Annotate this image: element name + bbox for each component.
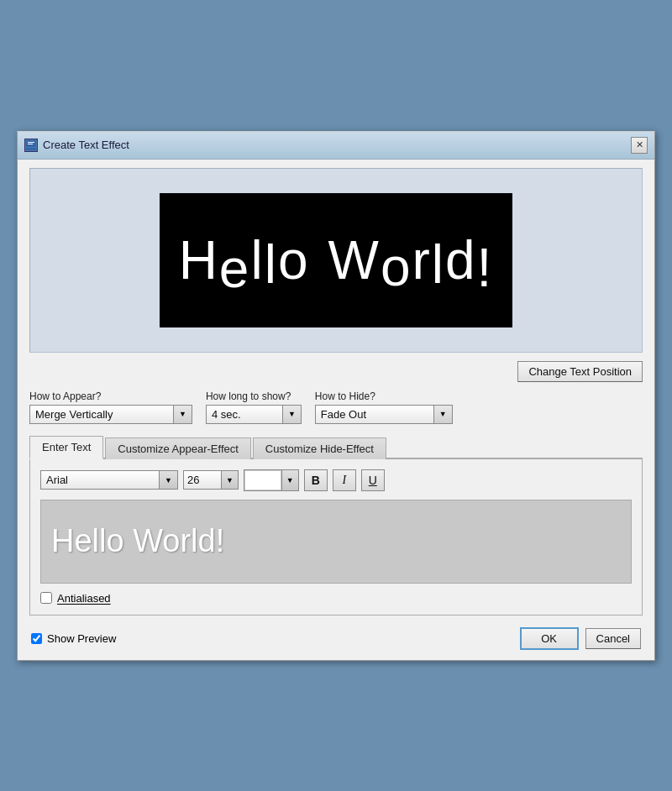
show-preview-label[interactable]: Show Preview bbox=[47, 632, 116, 645]
preview-char-l3: l bbox=[432, 238, 445, 291]
hide-select[interactable]: Fade Out Slide Out Zoom Out Merge Vertic… bbox=[316, 406, 433, 423]
hide-select-container: Fade Out Slide Out Zoom Out Merge Vertic… bbox=[315, 405, 453, 424]
dropdowns-row: How to Appear? Merge Vertically Fade In … bbox=[29, 390, 643, 424]
dialog-window: Create Text Effect ✕ Hello World! Change… bbox=[17, 131, 655, 661]
svg-rect-1 bbox=[26, 148, 36, 150]
size-select-arrow[interactable]: ▼ bbox=[221, 471, 238, 489]
preview-char-r: r bbox=[412, 233, 431, 287]
appear-label: How to Appear? bbox=[29, 390, 192, 402]
svg-rect-3 bbox=[28, 144, 33, 144]
antialiased-checkbox[interactable] bbox=[40, 592, 52, 604]
font-toolbar-row: Arial Times New Roman Courier New Verdan… bbox=[40, 469, 632, 491]
change-text-position-button[interactable]: Change Text Position bbox=[517, 361, 643, 382]
dialog-body: Hello World! Change Text Position How to… bbox=[18, 160, 654, 660]
appear-dropdown-group: How to Appear? Merge Vertically Fade In … bbox=[29, 390, 192, 424]
hide-select-arrow[interactable]: ▼ bbox=[433, 406, 452, 423]
color-picker-arrow[interactable]: ▼ bbox=[281, 470, 298, 490]
duration-select-container: 1 sec. 2 sec. 3 sec. 4 sec. 5 sec. 10 se… bbox=[206, 405, 302, 424]
preview-text: Hello World! bbox=[179, 233, 494, 287]
preview-char-o: o bbox=[278, 233, 310, 287]
title-bar-left: Create Text Effect bbox=[24, 139, 129, 152]
font-select-arrow[interactable]: ▼ bbox=[159, 471, 177, 489]
appear-select-container: Merge Vertically Fade In Slide In Zoom I… bbox=[29, 405, 192, 424]
tab-customize-appear[interactable]: Customize Appear-Effect bbox=[105, 437, 251, 459]
preview-area: Hello World! bbox=[29, 168, 643, 353]
controls-row: Change Text Position bbox=[29, 361, 643, 382]
text-edit-area[interactable]: Hello World! bbox=[40, 500, 632, 584]
preview-char-h: H bbox=[179, 233, 219, 287]
text-edit-content: Hello World! bbox=[51, 523, 224, 559]
tab-enter-text[interactable]: Enter Text bbox=[29, 436, 103, 459]
antialiased-row: Antialiased bbox=[40, 592, 632, 605]
font-select[interactable]: Arial Times New Roman Courier New Verdan… bbox=[41, 471, 159, 489]
bottom-left: Show Preview bbox=[31, 632, 116, 645]
appear-select[interactable]: Merge Vertically Fade In Slide In Zoom I… bbox=[30, 406, 173, 423]
ok-button[interactable]: OK bbox=[520, 627, 579, 650]
preview-char-l1: l bbox=[250, 233, 264, 287]
size-select[interactable]: 10 12 14 16 18 20 22 24 26 28 bbox=[184, 471, 221, 489]
font-select-container: Arial Times New Roman Courier New Verdan… bbox=[40, 470, 178, 490]
duration-select-arrow[interactable]: ▼ bbox=[282, 406, 301, 423]
dialog-title: Create Text Effect bbox=[43, 139, 129, 151]
title-bar: Create Text Effect ✕ bbox=[18, 132, 654, 160]
antialiased-label[interactable]: Antialiased bbox=[57, 592, 111, 605]
tab-content: Arial Times New Roman Courier New Verdan… bbox=[29, 459, 643, 616]
duration-label: How long to show? bbox=[206, 390, 302, 402]
italic-icon: I bbox=[342, 474, 346, 487]
bottom-right: OK Cancel bbox=[520, 627, 641, 650]
size-select-container: 10 12 14 16 18 20 22 24 26 28 ▼ bbox=[183, 470, 239, 490]
underline-icon: U bbox=[369, 474, 377, 487]
app-icon bbox=[24, 139, 38, 152]
preview-char-d: d bbox=[445, 233, 477, 287]
tabs-row: Enter Text Customize Appear-Effect Custo… bbox=[29, 434, 643, 459]
show-preview-checkbox[interactable] bbox=[31, 633, 42, 644]
tab-customize-hide[interactable]: Customize Hide-Effect bbox=[253, 437, 386, 459]
svg-rect-2 bbox=[28, 142, 34, 143]
preview-char-o2: o bbox=[381, 240, 412, 294]
preview-char-w: W bbox=[328, 233, 380, 287]
close-button[interactable]: ✕ bbox=[631, 137, 648, 154]
preview-char-l2: l bbox=[265, 238, 278, 291]
bold-button[interactable]: B bbox=[304, 469, 328, 491]
preview-char-exclaim: ! bbox=[477, 241, 494, 295]
duration-select[interactable]: 1 sec. 2 sec. 3 sec. 4 sec. 5 sec. 10 se… bbox=[207, 406, 282, 423]
underline-button[interactable]: U bbox=[361, 469, 385, 491]
cancel-button[interactable]: Cancel bbox=[585, 628, 641, 649]
preview-char-e: e bbox=[219, 242, 251, 296]
italic-button[interactable]: I bbox=[333, 469, 356, 491]
color-picker-container: ▼ bbox=[244, 469, 299, 491]
duration-dropdown-group: How long to show? 1 sec. 2 sec. 3 sec. 4… bbox=[206, 390, 302, 424]
hide-dropdown-group: How to Hide? Fade Out Slide Out Zoom Out… bbox=[315, 390, 453, 424]
bottom-row: Show Preview OK Cancel bbox=[29, 627, 643, 650]
color-box[interactable] bbox=[244, 470, 281, 490]
appear-select-arrow[interactable]: ▼ bbox=[173, 406, 192, 423]
preview-canvas: Hello World! bbox=[160, 193, 512, 327]
hide-label: How to Hide? bbox=[315, 390, 453, 402]
